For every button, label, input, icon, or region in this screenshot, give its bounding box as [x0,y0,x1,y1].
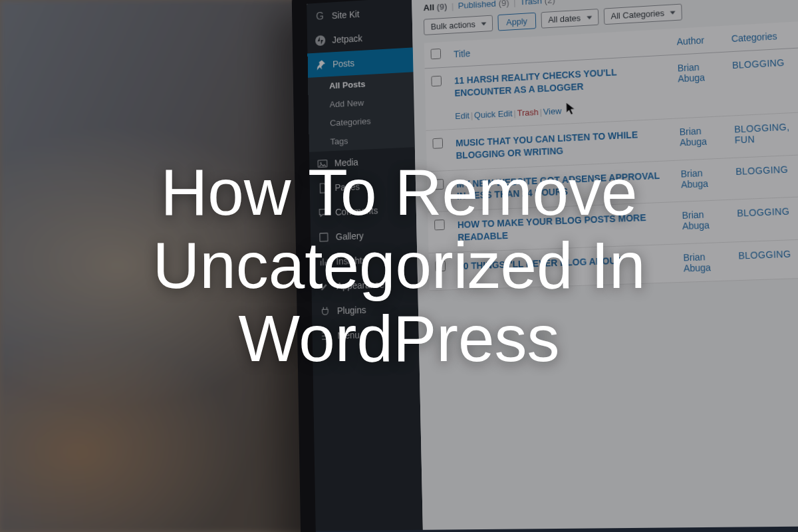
dark-veil [0,0,798,532]
